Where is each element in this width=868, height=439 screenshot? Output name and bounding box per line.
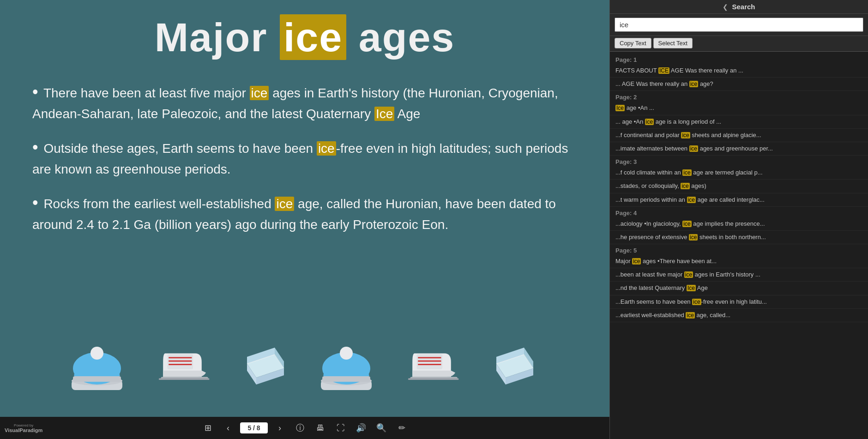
result-item[interactable]: Ice age •An ...	[610, 102, 868, 115]
page-indicator: 5 / 8	[240, 422, 268, 433]
select-text-button[interactable]: Select Text	[653, 38, 693, 48]
page-label-4: Page: 4	[610, 207, 868, 217]
title-highlight: ice	[280, 14, 346, 60]
ice-cube-icon-1	[240, 343, 291, 394]
slide-title: Major ice ages	[155, 14, 455, 60]
result-highlight: ice	[689, 145, 698, 152]
result-highlight: ice	[682, 221, 691, 227]
result-item[interactable]: ...f continental and polar ice sheets an…	[610, 129, 868, 142]
search-toggle-button[interactable]: 🔍	[373, 420, 390, 436]
right-panel: ❮ Search Copy Text Select Text Page: 1 F…	[609, 0, 868, 439]
search-header: ❮ Search	[610, 0, 868, 14]
result-item[interactable]: ...stades, or colloquially, ice ages)	[610, 180, 868, 193]
info-button[interactable]: ⓘ	[292, 420, 308, 436]
result-highlight: Ice	[687, 285, 696, 291]
result-item[interactable]: ... AGE Was there really an ice age?	[610, 78, 868, 91]
title-after: ages	[346, 14, 455, 60]
bottom-toolbar: Powered by VisualParadigm ⊞ ‹ 5 / 8 › ⓘ …	[0, 417, 609, 439]
page-label-3: Page: 3	[610, 156, 868, 166]
bullet-1-highlight-1: ice	[250, 86, 269, 100]
result-highlight: ice	[689, 234, 698, 241]
print-button[interactable]: 🖶	[312, 420, 329, 436]
result-item[interactable]: Major ice ages •There have been at...	[610, 255, 868, 268]
title-before: Major	[155, 14, 280, 60]
result-highlight: Ice	[615, 105, 625, 111]
grid-view-button[interactable]: ⊞	[199, 420, 216, 436]
ice-skate-icon-2	[402, 343, 462, 394]
svg-point-17	[340, 347, 353, 360]
bullet-2-text-before: Outside these ages, Earth seems to have …	[43, 141, 316, 156]
bullet-3: Rocks from the earliest well-established…	[32, 190, 577, 235]
copy-text-button[interactable]: Copy Text	[615, 38, 651, 48]
prev-page-button[interactable]: ‹	[220, 420, 236, 436]
page-label-1: Page: 1	[610, 54, 868, 64]
result-item[interactable]: ...aciology •In glaciology, ice age impl…	[610, 217, 868, 231]
sound-button[interactable]: 🔊	[353, 420, 369, 436]
ice-cube-icon-2	[489, 343, 540, 394]
result-highlight: ice	[689, 81, 698, 87]
result-item[interactable]: ...Earth seems to have been ice-free eve…	[610, 295, 868, 309]
bullet-1-text-before: There have been at least five major	[43, 86, 250, 100]
icons-row	[28, 338, 582, 408]
search-input-area	[610, 14, 868, 36]
result-highlight: ice	[687, 197, 696, 203]
result-item[interactable]: ...he presence of extensive ice sheets i…	[610, 231, 868, 244]
winter-hat-icon-1	[69, 343, 125, 394]
result-item[interactable]: ...earliest well-established ice age, ca…	[610, 309, 868, 322]
result-highlight: ice	[645, 119, 654, 125]
result-item[interactable]: ...f cold climate within an ice age are …	[610, 166, 868, 180]
svg-rect-23	[408, 378, 459, 380]
fullscreen-button[interactable]: ⛶	[332, 420, 349, 436]
result-highlight: ice	[684, 271, 693, 278]
bullet-2: Outside these ages, Earth seems to have …	[32, 135, 577, 179]
next-page-button[interactable]: ›	[271, 420, 288, 436]
result-item[interactable]: ...t warm periods within an ice age are …	[610, 193, 868, 207]
svg-point-4	[90, 347, 103, 360]
bullet-1-text-after: Age	[394, 107, 420, 121]
search-results[interactable]: Page: 1 FACTS ABOUT ICE AGE Was there re…	[610, 52, 868, 439]
winter-hat-icon-2	[319, 343, 374, 394]
search-actions: Copy Text Select Text	[610, 36, 868, 52]
bullet-1-highlight-2: Ice	[374, 107, 394, 121]
page-label-2: Page: 2	[610, 91, 868, 102]
brand-name: VisualParadigm	[5, 427, 42, 433]
pen-button[interactable]: ✏	[393, 420, 410, 436]
logo-area: Powered by VisualParadigm	[5, 423, 42, 433]
svg-rect-16	[322, 376, 370, 382]
bullet-3-text-before: Rocks from the earliest well-established	[43, 197, 275, 211]
bullet-2-highlight: ice	[317, 141, 336, 156]
main-content-area: Major ice ages There have been at least …	[0, 0, 609, 439]
chevron-left-icon: ❮	[723, 3, 728, 11]
result-highlight: ice	[681, 132, 690, 138]
result-highlight: ice	[681, 183, 689, 189]
result-highlight: ice	[682, 169, 691, 176]
bullet-3-highlight: ice	[275, 197, 294, 211]
result-item[interactable]: ... age •An ice age is a long period of …	[610, 115, 868, 129]
result-item[interactable]: ...been at least five major ice ages in …	[610, 268, 868, 282]
result-item[interactable]: FACTS ABOUT ICE AGE Was there really an …	[610, 64, 868, 78]
ice-skate-icon-1	[152, 343, 212, 394]
result-item[interactable]: ...nd the latest Quaternary Ice Age	[610, 282, 868, 295]
result-highlight: ice	[692, 299, 701, 305]
powered-by-text: Powered by	[14, 423, 33, 427]
page-label-5: Page: 5	[610, 244, 868, 255]
svg-rect-10	[159, 378, 210, 380]
result-item[interactable]: ...imate alternates between ice ages and…	[610, 142, 868, 156]
slide-content: Major ice ages There have been at least …	[0, 0, 609, 417]
bullet-1: There have been at least five major ice …	[32, 79, 577, 124]
search-panel-title: Search	[732, 3, 755, 11]
result-highlight: ice	[632, 258, 641, 265]
slide-title-area: Major ice ages	[28, 14, 582, 61]
bullet-section: There have been at least five major ice …	[28, 79, 582, 338]
result-highlight: ice	[686, 312, 694, 319]
svg-rect-3	[73, 376, 121, 382]
toolbar-center: ⊞ ‹ 5 / 8 › ⓘ 🖶 ⛶ 🔊 🔍 ✏	[199, 420, 410, 436]
vp-logo: Powered by VisualParadigm	[5, 423, 42, 433]
result-highlight: ICE	[658, 67, 669, 74]
search-input[interactable]	[615, 18, 863, 32]
